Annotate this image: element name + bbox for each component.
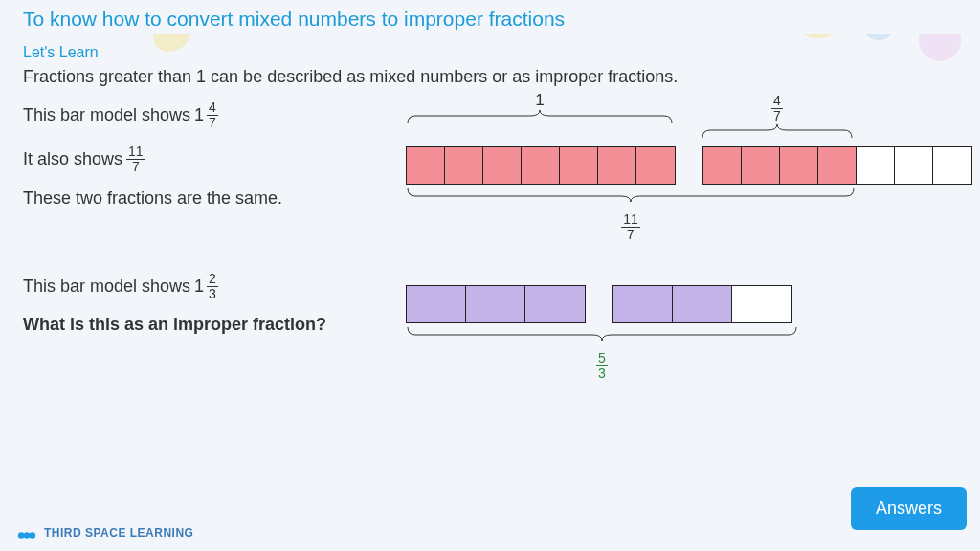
top-fraction: 4 7 [771, 94, 783, 124]
example-1-row: This bar model shows 1 4 7 It also shows… [23, 100, 957, 243]
svg-point-2 [30, 532, 36, 539]
top-label-right: 4 7 [701, 91, 854, 146]
bar-model-1: 1 4 7 [406, 91, 972, 243]
page-header: To know how to convert mixed numbers to … [0, 0, 980, 34]
mixed-number-1: 1 4 7 [194, 100, 218, 131]
bar-segment [613, 286, 673, 322]
bar-segment [445, 147, 483, 184]
bars-row [406, 146, 972, 185]
fraction-part: 4 7 [207, 100, 218, 131]
bar-segment [636, 147, 675, 184]
bar-segment [407, 147, 445, 184]
numerator: 11 [621, 212, 640, 228]
denominator: 7 [625, 228, 636, 242]
fraction-part: 2 3 [207, 272, 218, 302]
bar-segment [525, 286, 585, 322]
bar-model-sentence-2: It also shows 11 7 [23, 144, 368, 175]
answer-fraction: 5 3 [596, 351, 608, 382]
numerator: 4 [771, 94, 783, 109]
denominator: 3 [207, 287, 218, 301]
bar-segment [818, 147, 857, 184]
example-2-row: This bar model shows 1 2 3 What is this … [23, 272, 957, 382]
answers-button[interactable]: Answers [851, 487, 967, 530]
denominator: 7 [130, 160, 142, 174]
bar-model-sentence-3: These two fractions are the same. [23, 188, 368, 209]
bar-right [702, 146, 972, 185]
bar-segment [522, 147, 560, 184]
brand-text: THIRD SPACE LEARNING [44, 526, 193, 540]
denominator: 7 [771, 109, 783, 123]
brace-bottom-icon [406, 187, 856, 202]
brace-top-icon [701, 124, 854, 140]
label-value: 1 [406, 91, 674, 110]
bottom-label: 11 7 [406, 209, 856, 243]
denominator: 3 [596, 366, 608, 381]
bottom-label: 5 3 [406, 347, 798, 382]
bar-segment [933, 147, 971, 184]
bar-segment [780, 147, 818, 184]
numerator: 5 [596, 351, 608, 366]
top-label-left: 1 [406, 91, 674, 146]
brace-bottom-icon [406, 325, 798, 341]
bar-right [612, 285, 792, 323]
bar-segment [703, 147, 742, 184]
footer-brand: THIRD SPACE LEARNING [17, 526, 193, 540]
bar-segment [560, 147, 598, 184]
bar-segment [466, 286, 525, 322]
numerator: 4 [207, 100, 218, 116]
page-title: To know how to convert mixed numbers to … [23, 8, 957, 31]
question-text: What is this as an improper fraction? [23, 315, 368, 335]
svg-point-0 [18, 532, 25, 539]
whole-part: 1 [194, 105, 204, 125]
top-labels: 1 4 7 [406, 91, 972, 146]
brace-top-icon [406, 110, 674, 125]
bar-segment [895, 147, 933, 184]
bar-left [406, 285, 586, 323]
text-fragment: It also shows [23, 149, 122, 169]
bar-left [406, 146, 676, 185]
bar-segment [742, 147, 780, 184]
bar-segment [673, 286, 732, 322]
mixed-number-2: 1 2 3 [194, 272, 218, 302]
bar-segment [598, 147, 636, 184]
svg-point-1 [24, 532, 31, 539]
denominator: 7 [207, 116, 218, 130]
bar-model-sentence-4: This bar model shows 1 2 3 [23, 272, 368, 302]
numerator: 11 [126, 144, 145, 160]
main-content: Fractions greater than 1 can be describe… [0, 67, 980, 381]
text-fragment: This bar model shows [23, 105, 190, 125]
bar-segment [732, 286, 791, 322]
bar-segment [483, 147, 522, 184]
bars-row [406, 285, 798, 323]
bottom-fraction: 11 7 [621, 212, 640, 243]
bar-model-2: 5 3 [406, 285, 798, 382]
brand-logo-icon [17, 526, 36, 540]
section-subtitle: Let's Learn [0, 34, 980, 67]
example-2-text: This bar model shows 1 2 3 What is this … [23, 272, 368, 349]
example-1-text: This bar model shows 1 4 7 It also shows… [23, 100, 368, 222]
bar-segment [857, 147, 895, 184]
numerator: 2 [207, 272, 218, 287]
intro-text: Fractions greater than 1 can be describe… [23, 67, 957, 87]
bar-model-sentence-1: This bar model shows 1 4 7 [23, 100, 368, 131]
text-fragment: This bar model shows [23, 276, 190, 297]
bar-segment [407, 286, 466, 322]
improper-fraction-1: 11 7 [126, 144, 145, 175]
whole-part: 1 [194, 276, 204, 297]
